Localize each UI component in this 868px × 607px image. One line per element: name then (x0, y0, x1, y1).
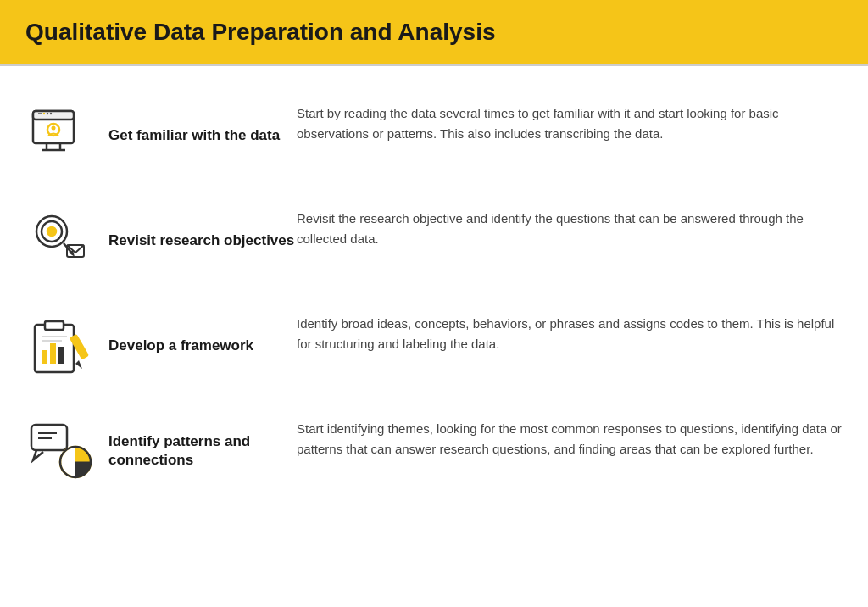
svg-rect-19 (42, 350, 47, 364)
list-item: Revisit research objectives Revisit the … (25, 188, 843, 293)
patterns-description: Start identifying themes, looking for th… (297, 417, 843, 459)
patterns-icon (25, 417, 93, 485)
page-title: Qualitative Data Preparation and Analysi… (25, 19, 843, 46)
svg-point-13 (47, 227, 56, 236)
familiar-description: Start by reading the data several times … (297, 102, 843, 144)
svg-rect-1 (33, 111, 74, 120)
framework-icon (25, 312, 93, 380)
svg-point-10 (50, 113, 52, 114)
svg-rect-21 (58, 347, 64, 364)
svg-point-6 (52, 126, 56, 131)
list-item: Identify patterns and connections Start … (25, 398, 843, 504)
page-header: Qualitative Data Preparation and Analysi… (0, 0, 868, 64)
revisit-description: Revisit the research objective and ident… (297, 207, 843, 249)
svg-rect-20 (50, 343, 56, 364)
framework-description: Identify broad ideas, concepts, behavior… (297, 312, 843, 354)
svg-point-8 (43, 113, 45, 114)
item-left-familiar: Get familiar with the data (25, 102, 297, 170)
list-item: Develop a framework Identify broad ideas… (25, 293, 843, 398)
patterns-label: Identify patterns and connections (108, 432, 297, 470)
svg-marker-25 (75, 360, 82, 369)
svg-point-9 (47, 113, 48, 114)
item-left-patterns: Identify patterns and connections (25, 417, 297, 485)
familiar-icon (25, 102, 93, 170)
main-content: Get familiar with the data Start by read… (0, 66, 868, 521)
revisit-icon (25, 207, 93, 275)
familiar-label: Get familiar with the data (108, 126, 280, 145)
svg-rect-18 (45, 321, 64, 330)
item-left-framework: Develop a framework (25, 312, 297, 380)
framework-label: Develop a framework (108, 337, 253, 355)
item-left-revisit: Revisit research objectives (25, 207, 297, 275)
revisit-label: Revisit research objectives (108, 231, 294, 250)
list-item: Get familiar with the data Start by read… (25, 83, 843, 188)
